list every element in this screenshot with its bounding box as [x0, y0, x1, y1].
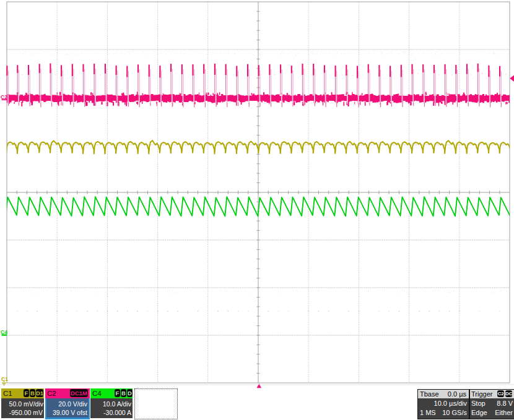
svg-text:C1: C1: [1, 376, 8, 382]
svg-text:C2: C2: [1, 94, 7, 100]
svg-text:C4: C4: [1, 329, 7, 335]
